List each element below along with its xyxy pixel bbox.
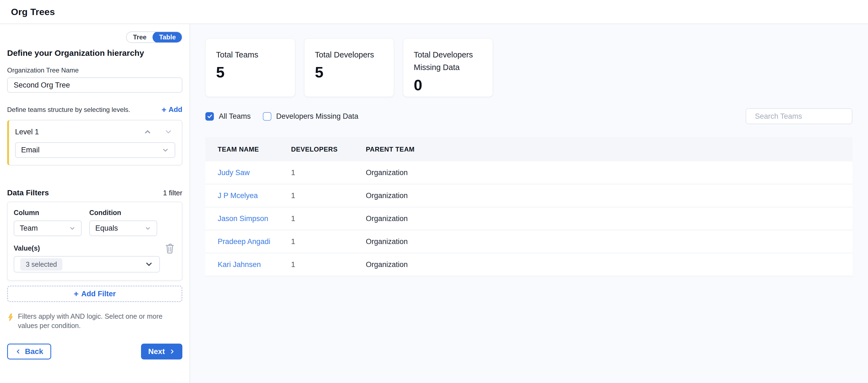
stat-value: 5 [315,63,383,81]
stat-value: 0 [414,76,482,94]
chevron-up-icon [144,128,152,136]
chevron-down-icon [69,225,75,232]
col-header-parent-team: PARENT TEAM [366,145,852,153]
team-name-link[interactable]: J P Mcelyea [218,192,291,200]
sidebar-heading: Define your Organization hierarchy [7,48,182,58]
condition-select[interactable]: Equals [89,220,157,236]
parent-team: Organization [366,192,852,200]
table-row: Pradeep Angadi 1 Organization [205,230,852,253]
parent-team: Organization [366,260,852,269]
column-value: Team [20,224,38,233]
column-select[interactable]: Team [14,220,82,236]
lightning-bolt-icon [7,312,14,323]
move-level-down-button[interactable] [164,128,173,136]
data-filters-title: Data Filters [7,188,49,197]
trash-icon [164,242,175,254]
team-name-link[interactable]: Kari Jahnsen [218,260,291,269]
app-header: Org Trees [0,0,868,24]
toggle-tree[interactable]: Tree [126,31,153,43]
page-title: Org Trees [11,7,55,17]
search-box[interactable] [746,108,852,124]
move-level-up-button[interactable] [144,128,152,136]
parent-team: Organization [366,238,852,246]
table-row: Judy Saw 1 Organization [205,162,852,184]
check-icon [207,113,213,119]
selected-count-chip: 3 selected [20,258,62,271]
chevron-down-icon [161,146,169,154]
delete-filter-button[interactable] [164,242,175,254]
next-button[interactable]: Next [141,344,182,359]
search-teams-input[interactable] [755,112,852,120]
back-label: Back [25,347,43,356]
stat-label: Total Teams [216,48,284,61]
chevron-down-icon [164,128,173,136]
plus-icon: + [161,106,166,114]
stat-label: Total Developers [315,48,383,61]
table-row: Kari Jahnsen 1 Organization [205,253,852,276]
developers-missing-checkbox[interactable] [263,112,271,120]
org-tree-name-input[interactable] [7,77,182,93]
org-tree-name-label: Organization Tree Name [7,67,182,74]
chevron-down-icon [145,260,153,269]
parent-team: Organization [366,214,852,223]
add-level-button[interactable]: + Add [161,105,182,114]
level-field-value: Email [21,146,40,154]
add-level-label: Add [168,105,182,114]
column-label: Column [14,209,82,217]
level-field-select[interactable]: Email [15,142,175,158]
chevron-left-icon [15,348,22,355]
values-multiselect[interactable]: 3 selected [14,256,160,273]
filter-count: 1 filter [163,189,182,197]
condition-value: Equals [95,224,118,233]
values-label: Value(s) [14,244,176,252]
stat-card-total-teams: Total Teams 5 [205,38,295,97]
plus-icon: + [74,290,79,298]
stat-card-total-developers: Total Developers 5 [304,38,394,97]
filter-card: Column Team Condition Equals [7,202,182,281]
developers-count: 1 [291,169,366,177]
developers-missing-checkbox-group[interactable]: Developers Missing Data [263,112,359,120]
stat-value: 5 [216,63,284,81]
condition-label: Condition [89,209,157,217]
filters-note: Filters apply with AND logic. Select one… [7,312,182,330]
back-button[interactable]: Back [7,344,51,359]
all-teams-label: All Teams [219,112,251,120]
col-header-developers: DEVELOPERS [291,145,366,153]
filters-note-text: Filters apply with AND logic. Select one… [18,312,174,330]
team-name-link[interactable]: Judy Saw [218,169,291,177]
chevron-down-icon [145,225,151,232]
add-filter-label: Add Filter [81,290,116,298]
all-teams-checkbox[interactable] [205,112,214,120]
developers-missing-label: Developers Missing Data [276,112,359,120]
view-toggle: Tree Table [126,31,182,43]
add-filter-button[interactable]: + Add Filter [7,286,182,302]
table-header-row: TEAM NAME DEVELOPERS PARENT TEAM [205,137,852,162]
chevron-right-icon [169,348,175,355]
sidebar: Tree Table Define your Organization hier… [0,24,190,383]
stats-row: Total Teams 5 Total Developers 5 Total D… [205,38,852,97]
main-panel: Total Teams 5 Total Developers 5 Total D… [190,24,868,383]
teams-table: TEAM NAME DEVELOPERS PARENT TEAM Judy Sa… [205,137,852,276]
next-label: Next [148,347,165,356]
table-row: J P Mcelyea 1 Organization [205,184,852,207]
stat-card-developers-missing-data: Total Developers Missing Data 0 [403,38,493,97]
col-header-team-name: TEAM NAME [218,145,291,153]
developers-count: 1 [291,192,366,200]
developers-count: 1 [291,238,366,246]
stat-label: Total Developers Missing Data [414,48,482,74]
parent-team: Organization [366,169,852,177]
level-title: Level 1 [15,128,39,136]
toggle-table[interactable]: Table [153,31,182,43]
developers-count: 1 [291,260,366,269]
developers-count: 1 [291,214,366,223]
level-card: Level 1 Email [7,120,182,166]
levels-description: Define teams structure by selecting leve… [7,106,130,113]
table-row: Jason Simpson 1 Organization [205,207,852,230]
team-name-link[interactable]: Jason Simpson [218,214,291,223]
all-teams-checkbox-group[interactable]: All Teams [205,112,251,120]
team-name-link[interactable]: Pradeep Angadi [218,238,291,246]
